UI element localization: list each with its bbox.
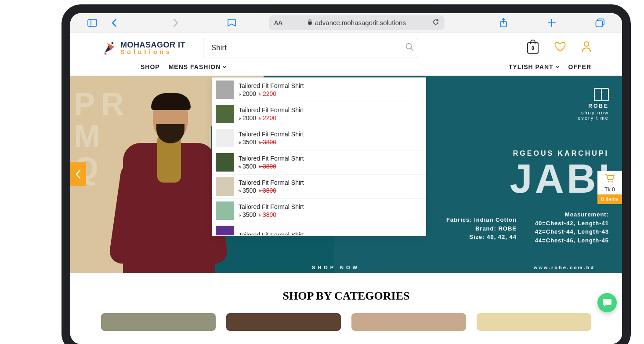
- search-suggestions: Tailored Fit Formal Shirt৳ 2000৳ 2200Tai…: [212, 77, 426, 236]
- svg-rect-8: [596, 21, 603, 27]
- device-frame: AA advance.mohasagorit.solutions: [62, 4, 631, 344]
- header-icons: 0: [527, 41, 591, 55]
- suggestion-thumb: [216, 226, 234, 236]
- account-icon[interactable]: [582, 41, 591, 55]
- reader-aa-label[interactable]: AA: [274, 19, 282, 26]
- suggestion-title: Tailored Fit Formal Shirt: [239, 203, 304, 211]
- hero-brand-block: ROBE shop now every time: [578, 88, 609, 121]
- logo-line2: Solutions: [120, 49, 185, 55]
- mini-cart-amount: Tk 0: [597, 187, 622, 193]
- suggestion-thumb: [216, 201, 234, 220]
- search-suggestion-item[interactable]: Tailored Fit Formal Shirt৳ 2000৳ 2200: [212, 78, 426, 102]
- tabs-overview-icon[interactable]: [591, 14, 609, 32]
- new-tab-icon[interactable]: [543, 14, 561, 32]
- logo-text: MOHASAGOR IT Solutions: [120, 41, 185, 55]
- logo-mark-icon: [101, 40, 118, 56]
- suggestion-price: ৳ 2000: [239, 114, 256, 122]
- site-header: MOHASAGOR IT Solutions 0: [70, 33, 622, 63]
- logo-line1: MOHASAGOR IT: [120, 41, 185, 49]
- suggestion-title: Tailored Fit Formal Shirt: [239, 82, 304, 90]
- suggestion-thumb: [216, 105, 234, 123]
- nav-shop[interactable]: SHOP: [141, 63, 160, 70]
- svg-line-12: [411, 48, 413, 51]
- category-card[interactable]: [101, 313, 216, 331]
- search-suggestion-item[interactable]: Tailored Fit Formal Shirt৳ 3500৳ 3800: [212, 199, 426, 223]
- suggestion-title: Tailored Fit Formal Shirt: [239, 179, 304, 187]
- cart-icon: [597, 173, 622, 186]
- chevron-down-icon: [555, 64, 560, 70]
- search-suggestion-item[interactable]: Tailored Fit Formal Shirt৳ 3500৳ 3800: [212, 175, 426, 199]
- hero-brand-tag2: every time: [578, 115, 609, 121]
- svg-point-14: [608, 181, 610, 183]
- browser-toolbar: AA advance.mohasagorit.solutions: [70, 13, 622, 33]
- suggestion-title: Tailored Fit Formal Shirt: [239, 154, 304, 162]
- suggestion-thumb: [216, 153, 234, 172]
- hero-shop-now[interactable]: SHOP NOW: [312, 265, 360, 270]
- site-logo[interactable]: MOHASAGOR IT Solutions: [101, 40, 185, 56]
- svg-rect-2: [308, 22, 312, 25]
- sidebar-toggle-icon[interactable]: [83, 14, 101, 32]
- suggestion-old-price: ৳ 3800: [259, 138, 276, 146]
- svg-point-10: [105, 53, 107, 55]
- carousel-prev-button[interactable]: [70, 162, 86, 186]
- hero-brand-url: www.robe.com.bd: [534, 265, 595, 270]
- category-card[interactable]: [351, 313, 466, 331]
- screen: AA advance.mohasagorit.solutions: [70, 13, 622, 344]
- suggestion-title: Tailored Fit Formal Shirt: [239, 130, 304, 138]
- suggestion-thumb: [216, 177, 234, 196]
- suggestion-title: Tailored Fit Formal Shirt: [239, 231, 304, 236]
- nav-offer[interactable]: OFFER: [568, 63, 591, 70]
- category-card[interactable]: [477, 313, 591, 331]
- brand-logo-icon: [594, 88, 609, 101]
- svg-point-9: [112, 42, 114, 44]
- search-box: [203, 38, 418, 58]
- reload-icon[interactable]: [432, 18, 439, 27]
- suggestion-old-price: ৳ 2200: [259, 90, 276, 98]
- chevron-down-icon: [222, 64, 227, 70]
- bag-icon[interactable]: 0: [527, 42, 539, 54]
- svg-point-15: [611, 181, 613, 183]
- svg-point-11: [406, 44, 412, 49]
- category-card[interactable]: [226, 313, 341, 331]
- suggestion-old-price: ৳ 3800: [259, 211, 276, 219]
- search-suggestion-item[interactable]: Tailored Fit Formal Shirt৳ 3500৳ 3800: [212, 150, 426, 175]
- bookmarks-icon[interactable]: [224, 14, 242, 32]
- svg-point-13: [584, 42, 589, 46]
- search-suggestion-item[interactable]: Tailored Fit Formal Shirt৳ 2000৳ 2200: [212, 102, 426, 126]
- search-input[interactable]: [203, 38, 418, 58]
- camera-notch: [344, 7, 348, 11]
- lock-icon: [308, 19, 312, 26]
- back-button[interactable]: [105, 14, 123, 32]
- suggestion-price: ৳ 2000: [239, 90, 256, 98]
- nav-mens-fashion[interactable]: MENS FASHION: [169, 63, 227, 70]
- forward-button[interactable]: [167, 14, 185, 32]
- nav-stylish-pant[interactable]: TYLISH PANT: [509, 63, 560, 70]
- category-cards: [70, 313, 622, 331]
- chat-widget-button[interactable]: [597, 293, 617, 312]
- bag-count: 0: [532, 45, 534, 51]
- suggestion-old-price: ৳ 3800: [259, 187, 276, 194]
- categories-heading: SHOP BY CATEGORIES: [70, 289, 622, 303]
- search-suggestion-item[interactable]: Tailored Fit Formal Shirt: [212, 223, 426, 236]
- hero-spec-right: Measurement: 40=Chest-42, Length-41 42=C…: [535, 210, 609, 245]
- share-icon[interactable]: [495, 14, 512, 32]
- suggestion-price: ৳ 3500: [239, 187, 256, 194]
- mini-cart[interactable]: Tk 0 0 Items: [597, 171, 622, 204]
- address-bar[interactable]: AA advance.mohasagorit.solutions: [269, 15, 445, 30]
- main-nav: SHOP MENS FASHION TYLISH PANT OFFER: [70, 63, 622, 76]
- search-suggestion-item[interactable]: Tailored Fit Formal Shirt৳ 3500৳ 3800: [212, 126, 426, 150]
- search-icon[interactable]: [405, 43, 414, 54]
- url-text: advance.mohasagorit.solutions: [315, 19, 406, 26]
- suggestion-price: ৳ 3500: [239, 162, 256, 170]
- hero-spec-left: Fabrics: Indian Cotton Brand: ROBE Size:…: [446, 216, 517, 242]
- wishlist-icon[interactable]: [554, 41, 566, 55]
- suggestion-title: Tailored Fit Formal Shirt: [239, 106, 304, 114]
- hero-headline-big: JABI: [510, 158, 612, 199]
- suggestion-thumb: [216, 81, 234, 99]
- hero-brand-tag1: shop now: [578, 110, 609, 115]
- suggestion-old-price: ৳ 2200: [259, 114, 276, 122]
- hero-brand-name: ROBE: [578, 103, 609, 109]
- mini-cart-items: 0 Items: [597, 194, 622, 204]
- suggestion-price: ৳ 3500: [239, 138, 256, 146]
- svg-rect-0: [88, 19, 97, 26]
